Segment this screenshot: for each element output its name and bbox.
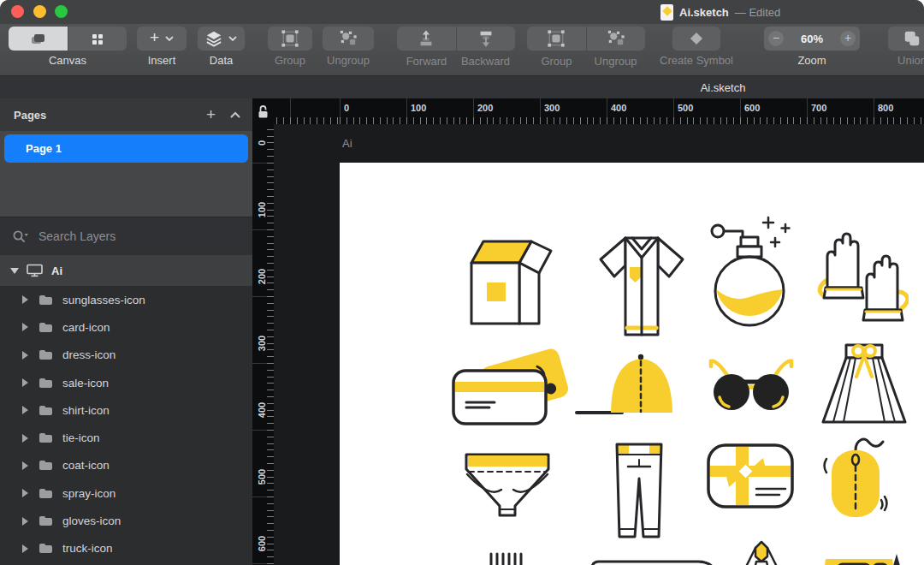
union-label: Union xyxy=(897,55,924,67)
disclosure-closed-icon[interactable] xyxy=(22,489,28,497)
layer-row-truck-icon[interactable]: truck-icon xyxy=(0,535,252,562)
grid-icon xyxy=(90,31,105,46)
layer-row-card-icon[interactable]: card-icon xyxy=(0,313,252,341)
canvas-label: Canvas xyxy=(49,55,86,67)
layer-row-shirt-icon[interactable]: shirt-icon xyxy=(0,396,252,424)
disclosure-closed-icon[interactable] xyxy=(22,406,28,414)
zoom-in-button[interactable]: + xyxy=(840,31,856,46)
briefs-icon[interactable] xyxy=(460,449,554,520)
folder-icon xyxy=(38,515,53,526)
zoom-stepper: − 60% + xyxy=(764,27,860,51)
data-button[interactable] xyxy=(198,27,245,51)
disclosure-closed-icon[interactable] xyxy=(22,323,28,331)
document-tab[interactable]: Ai.sketch xyxy=(701,81,746,94)
create-symbol-button[interactable] xyxy=(672,27,720,51)
vertical-ruler[interactable]: 0 100 200 300 400 500 600 xyxy=(252,124,274,565)
forward-button[interactable] xyxy=(397,27,456,51)
ruler-mark: 200 xyxy=(257,269,267,284)
symbol-diamond-icon xyxy=(688,30,705,47)
layer-name: gloves-icon xyxy=(62,514,121,527)
artboard-title[interactable]: Ai xyxy=(342,137,352,150)
layer-row-dress-icon[interactable]: dress-icon xyxy=(0,342,252,369)
disclosure-closed-icon[interactable] xyxy=(22,378,28,387)
ruler-mark: 300 xyxy=(257,336,267,351)
backward-label: Backward xyxy=(456,55,515,68)
computer-mouse-icon[interactable] xyxy=(821,435,890,520)
disclosure-closed-icon[interactable] xyxy=(22,351,28,360)
polo-shirt-icon[interactable] xyxy=(594,225,690,342)
layers-icon xyxy=(205,30,222,47)
disclosure-closed-icon[interactable] xyxy=(22,434,28,443)
fullscreen-button[interactable] xyxy=(55,5,68,18)
horizontal-ruler[interactable]: 0 100 200 300 400 500 600 700 800 xyxy=(274,98,924,124)
canvas-icon xyxy=(28,31,47,46)
minimize-button[interactable] xyxy=(33,5,46,18)
truck-icon[interactable] xyxy=(817,552,903,565)
group-icon xyxy=(281,29,299,48)
envelope-icon[interactable] xyxy=(589,555,721,565)
folder-icon xyxy=(38,432,53,443)
disclosure-open-icon[interactable] xyxy=(10,268,19,274)
gift-card-icon[interactable] xyxy=(707,443,794,508)
folder-icon xyxy=(38,543,53,554)
ungroup-control: Ungroup xyxy=(323,27,374,67)
data-control: Data xyxy=(198,27,245,67)
chevron-down-icon xyxy=(165,36,174,42)
arrange-control: Forward Backward xyxy=(397,27,515,68)
insert-control: + Insert xyxy=(137,27,187,67)
close-button[interactable] xyxy=(11,5,24,18)
disclosure-closed-icon[interactable] xyxy=(22,544,28,553)
disclosure-closed-icon[interactable] xyxy=(22,295,28,304)
add-page-button[interactable]: + xyxy=(206,107,216,122)
open-box-icon[interactable] xyxy=(465,238,556,328)
disclosure-closed-icon[interactable] xyxy=(22,461,28,470)
canvas-segmented-control[interactable] xyxy=(9,27,127,51)
layer-name: shirt-icon xyxy=(62,404,110,417)
title-bar: Ai.sketch — Edited xyxy=(0,0,924,24)
disclosure-closed-icon[interactable] xyxy=(22,517,28,526)
layer-row-tie-icon[interactable]: tie-icon xyxy=(0,424,252,451)
ruler-mark: 0 xyxy=(344,103,349,113)
trousers-icon[interactable] xyxy=(609,441,669,542)
gloves-icon[interactable] xyxy=(815,229,909,336)
group-button-2[interactable] xyxy=(527,27,586,51)
layer-row-gloves-icon[interactable]: gloves-icon xyxy=(0,507,252,534)
union-button[interactable] xyxy=(888,27,924,51)
credit-cards-icon[interactable] xyxy=(452,347,570,425)
sunglasses-icon[interactable] xyxy=(708,356,794,413)
ruler-mark: 100 xyxy=(411,103,426,113)
layer-row-spray-icon[interactable]: spray-icon xyxy=(0,479,252,507)
baseball-cap-icon[interactable] xyxy=(575,349,676,421)
document-status: — Edited xyxy=(735,6,780,19)
ungroup-button[interactable] xyxy=(323,27,374,51)
comb-icon[interactable] xyxy=(483,549,529,565)
tie-icon[interactable] xyxy=(736,538,787,565)
ungroup-button-2[interactable] xyxy=(586,27,646,51)
grid-view-button[interactable] xyxy=(68,27,127,51)
ruler-mark: 500 xyxy=(257,469,267,485)
perfume-spray-icon[interactable] xyxy=(707,216,791,330)
layer-row-sale-icon[interactable]: sale-icon xyxy=(0,369,252,396)
layer-name: card-icon xyxy=(62,321,110,334)
skirt-icon[interactable] xyxy=(820,342,909,425)
group-button[interactable] xyxy=(268,27,312,51)
artboard-row-ai[interactable]: Ai xyxy=(0,255,252,286)
search-layers-row xyxy=(0,217,252,256)
canvas-area[interactable]: Ai xyxy=(274,124,924,565)
search-layers-input[interactable] xyxy=(37,229,211,244)
layer-row-coat-icon[interactable]: coat-icon xyxy=(0,452,252,479)
ruler-lock-corner[interactable] xyxy=(252,98,274,124)
collapse-pages-icon[interactable] xyxy=(230,111,240,118)
backward-button[interactable] xyxy=(456,27,516,51)
page-item-page-1[interactable]: Page 1 xyxy=(4,134,248,163)
folder-icon xyxy=(38,378,53,389)
canvas-view-button[interactable] xyxy=(9,27,68,51)
insert-button[interactable]: + xyxy=(137,27,187,51)
layer-name: sale-icon xyxy=(62,377,109,390)
layer-row-sunglasses-icon[interactable]: sunglasses-icon xyxy=(0,286,252,313)
artboard-ai[interactable] xyxy=(340,163,924,565)
ruler-mark: 700 xyxy=(811,103,826,113)
zoom-value: 60% xyxy=(801,33,823,45)
group2-label: Group xyxy=(527,55,586,68)
zoom-out-button[interactable]: − xyxy=(768,31,784,46)
